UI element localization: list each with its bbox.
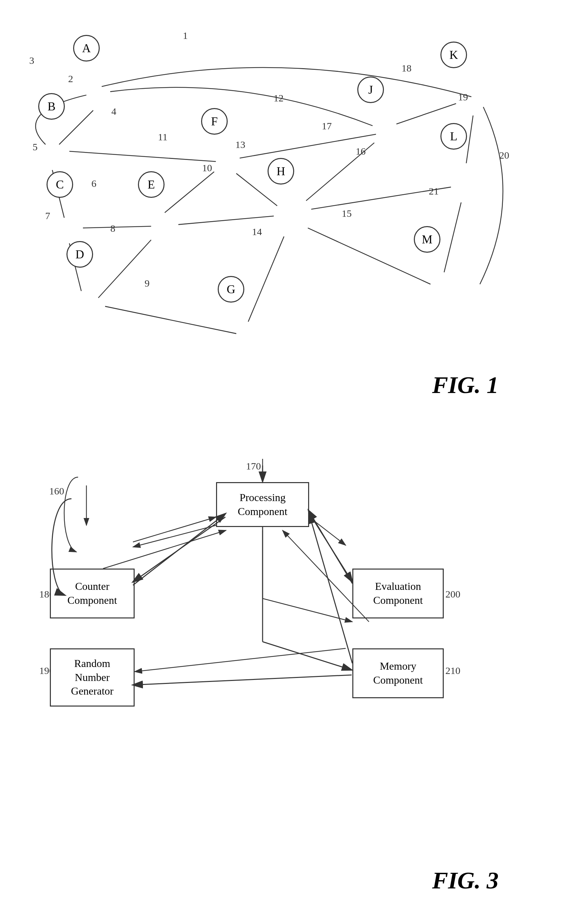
edge-label-8: 8 — [110, 223, 115, 234]
edge-label-1: 1 — [183, 30, 188, 41]
svg-line-1 — [69, 151, 216, 162]
edge-label-6: 6 — [91, 178, 96, 189]
edge-label-4: 5 — [33, 141, 38, 153]
edge-label-14: 14 — [252, 226, 262, 238]
svg-line-7 — [178, 216, 274, 225]
svg-line-37 — [309, 514, 352, 663]
svg-line-11 — [248, 236, 284, 322]
edge-label-21: 21 — [429, 186, 439, 197]
svg-line-36 — [133, 675, 352, 685]
edge-label-9: 9 — [145, 278, 150, 289]
fig3-container: 160 170 180 190 200 210 ProcessingCompon… — [20, 459, 565, 904]
svg-line-31 — [133, 517, 225, 582]
svg-line-16 — [467, 116, 473, 163]
node-G: G — [218, 276, 244, 303]
edge-label-16: 16 — [356, 146, 366, 157]
edge-label-3: 3 — [29, 55, 34, 66]
node-F: F — [201, 108, 228, 135]
fig3-arrows — [20, 459, 565, 874]
node-D: D — [66, 241, 93, 268]
edge-label-11: 11 — [158, 131, 168, 143]
edge-label-7: 7 — [45, 210, 50, 221]
node-A: A — [73, 35, 100, 61]
node-K: K — [440, 41, 467, 68]
edge-label-15: 15 — [342, 208, 352, 219]
svg-line-12 — [308, 228, 430, 284]
edge-label-18: 18 — [402, 63, 412, 74]
node-H: H — [267, 158, 294, 185]
node-B: B — [38, 93, 65, 120]
fig1-svg — [20, 20, 565, 419]
node-L: L — [440, 123, 467, 150]
edge-label-2: 2 — [68, 73, 73, 84]
svg-line-33 — [308, 510, 352, 584]
svg-line-3 — [83, 226, 151, 228]
edge-label-19: 19 — [458, 91, 468, 103]
node-J: J — [357, 76, 384, 103]
edge-label-5: 4 — [111, 106, 116, 117]
node-C: C — [46, 171, 73, 198]
svg-line-5 — [98, 240, 151, 298]
edge-label-17: 17 — [322, 120, 332, 132]
page-container: A B C D E F G H J K L M 1 2 3 5 4 6 7 8 … — [0, 0, 587, 924]
svg-line-8 — [165, 172, 214, 213]
node-M: M — [414, 226, 440, 253]
svg-line-6 — [105, 306, 236, 333]
svg-line-17 — [444, 203, 461, 272]
edge-label-13: 13 — [235, 139, 245, 150]
edge-label-10: 10 — [202, 162, 212, 173]
node-E: E — [138, 171, 165, 198]
svg-line-0 — [59, 111, 93, 145]
edge-label-20: 20 — [499, 150, 509, 161]
edge-label-12: 12 — [274, 92, 284, 104]
svg-line-15 — [397, 104, 456, 124]
fig1-container: A B C D E F G H J K L M 1 2 3 5 4 6 7 8 … — [20, 20, 565, 419]
svg-line-35 — [262, 642, 352, 670]
